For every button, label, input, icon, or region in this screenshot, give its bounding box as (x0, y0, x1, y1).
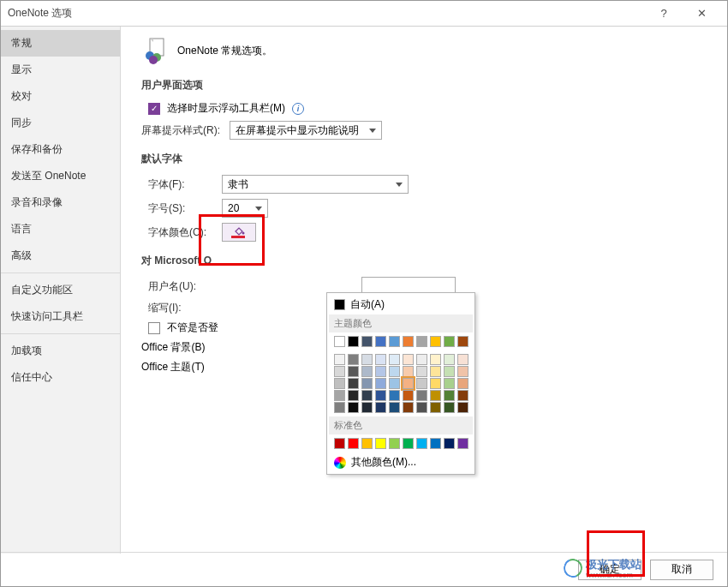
color-swatch[interactable] (430, 378, 441, 389)
color-swatch[interactable] (361, 438, 373, 449)
color-swatch[interactable] (416, 354, 427, 365)
color-swatch[interactable] (348, 402, 359, 413)
color-swatch[interactable] (444, 438, 455, 449)
cancel-button[interactable]: 取消 (650, 560, 713, 580)
sidebar-item-qat[interactable]: 快速访问工具栏 (1, 303, 120, 330)
sidebar-item-sync[interactable]: 同步 (1, 110, 120, 136)
color-swatch[interactable] (457, 438, 468, 449)
theme-color-row (329, 332, 473, 350)
color-swatch[interactable] (444, 402, 455, 413)
color-swatch[interactable] (457, 390, 468, 401)
color-swatch[interactable] (389, 438, 400, 449)
color-swatch[interactable] (361, 378, 373, 389)
color-swatch[interactable] (444, 336, 455, 347)
color-swatch[interactable] (375, 378, 386, 389)
color-swatch[interactable] (375, 366, 386, 377)
color-swatch[interactable] (375, 402, 386, 413)
sidebar-item-audio[interactable]: 录音和录像 (1, 189, 120, 216)
font-value: 隶书 (228, 177, 248, 192)
color-swatch[interactable] (334, 354, 345, 365)
color-swatch[interactable] (348, 390, 359, 401)
sidebar-item-trust[interactable]: 信任中心 (1, 364, 120, 391)
color-swatch[interactable] (348, 354, 359, 365)
section-office-title: 对 Microsoft O (141, 254, 707, 268)
color-swatch[interactable] (430, 354, 441, 365)
mini-toolbar-checkbox[interactable]: ✓ (148, 103, 160, 115)
color-swatch[interactable] (444, 354, 455, 365)
color-swatch[interactable] (334, 390, 345, 401)
screentip-combo[interactable]: 在屏幕提示中显示功能说明 (230, 121, 382, 140)
color-swatch[interactable] (334, 336, 345, 347)
color-swatch[interactable] (375, 336, 386, 347)
color-swatch[interactable] (375, 354, 386, 365)
close-button[interactable]: ✕ (683, 2, 720, 26)
color-swatch[interactable] (457, 354, 468, 365)
sidebar-item-sendto[interactable]: 发送至 OneNote (1, 163, 120, 189)
color-swatch[interactable] (361, 336, 373, 347)
color-swatch[interactable] (348, 336, 359, 347)
color-swatch[interactable] (403, 390, 414, 401)
color-swatch[interactable] (416, 390, 427, 401)
color-swatch[interactable] (444, 366, 455, 377)
color-swatch[interactable] (403, 438, 414, 449)
color-swatch[interactable] (403, 366, 414, 377)
sidebar-item-addins[interactable]: 加载项 (1, 338, 120, 364)
sidebar-item-general[interactable]: 常规 (1, 30, 120, 57)
color-swatch[interactable] (389, 366, 400, 377)
color-swatch[interactable] (334, 438, 345, 449)
color-swatch[interactable] (389, 390, 400, 401)
color-swatch[interactable] (334, 402, 345, 413)
color-swatch[interactable] (375, 390, 386, 401)
color-swatch[interactable] (430, 402, 441, 413)
color-swatch[interactable] (403, 402, 414, 413)
color-swatch[interactable] (457, 366, 468, 377)
font-color-button[interactable] (222, 223, 256, 242)
color-swatch[interactable] (457, 378, 468, 389)
color-swatch[interactable] (361, 402, 373, 413)
sidebar-item-display[interactable]: 显示 (1, 57, 120, 83)
auto-color-row[interactable]: 自动(A) (329, 295, 473, 314)
color-swatch[interactable] (430, 336, 441, 347)
info-icon[interactable]: i (292, 103, 304, 115)
color-swatch[interactable] (348, 438, 359, 449)
color-swatch[interactable] (361, 366, 373, 377)
help-button[interactable]: ? (645, 2, 683, 26)
sidebar-item-ribbon[interactable]: 自定义功能区 (1, 277, 120, 303)
color-swatch[interactable] (348, 378, 359, 389)
color-swatch[interactable] (389, 336, 400, 347)
color-swatch[interactable] (361, 354, 373, 365)
color-swatch[interactable] (361, 390, 373, 401)
screentip-label: 屏幕提示样式(R): (141, 123, 223, 138)
sidebar-item-save[interactable]: 保存和备份 (1, 136, 120, 163)
color-swatch[interactable] (348, 366, 359, 377)
color-swatch[interactable] (416, 402, 427, 413)
always-checkbox[interactable] (148, 322, 160, 334)
bucket-icon (231, 226, 245, 238)
color-swatch[interactable] (457, 402, 468, 413)
sidebar-item-proofing[interactable]: 校对 (1, 83, 120, 110)
color-swatch[interactable] (416, 438, 427, 449)
color-swatch[interactable] (389, 354, 400, 365)
color-swatch[interactable] (389, 378, 400, 389)
size-combo[interactable]: 20 (222, 199, 268, 218)
color-swatch[interactable] (334, 378, 345, 389)
color-swatch[interactable] (444, 378, 455, 389)
color-swatch[interactable] (416, 378, 427, 389)
color-swatch[interactable] (375, 438, 386, 449)
color-swatch[interactable] (403, 378, 414, 389)
color-swatch[interactable] (430, 438, 441, 449)
color-swatch[interactable] (389, 402, 400, 413)
color-swatch[interactable] (457, 336, 468, 347)
sidebar-item-advanced[interactable]: 高级 (1, 243, 120, 269)
color-swatch[interactable] (416, 336, 427, 347)
color-swatch[interactable] (334, 366, 345, 377)
color-swatch[interactable] (403, 336, 414, 347)
color-swatch[interactable] (430, 366, 441, 377)
color-swatch[interactable] (416, 366, 427, 377)
sidebar-item-language[interactable]: 语言 (1, 216, 120, 243)
color-swatch[interactable] (403, 354, 414, 365)
font-combo[interactable]: 隶书 (222, 175, 409, 194)
color-swatch[interactable] (444, 390, 455, 401)
more-colors-row[interactable]: 其他颜色(M)... (329, 452, 473, 472)
color-swatch[interactable] (430, 390, 441, 401)
